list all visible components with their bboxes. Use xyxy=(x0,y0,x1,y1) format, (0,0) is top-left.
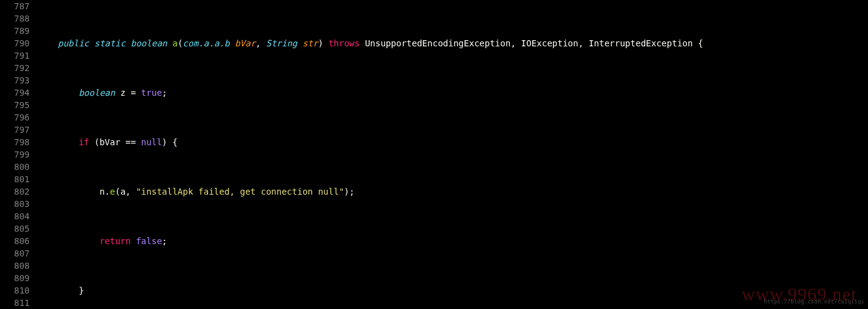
line-number: 796 xyxy=(0,111,30,124)
line-number: 805 xyxy=(0,222,30,235)
line-number: 807 xyxy=(0,247,30,260)
line-number-gutter: 787 788 789 790 791 792 793 794 795 796 … xyxy=(0,0,37,309)
line-number: 787 xyxy=(0,0,30,12)
code-line: return false; xyxy=(37,235,868,247)
code-line: public static boolean a(com.a.a.b bVar, … xyxy=(37,37,868,49)
line-number: 802 xyxy=(0,185,30,198)
line-number: 788 xyxy=(0,12,30,25)
code-line: n.e(a, "installApk failed, get connectio… xyxy=(37,185,868,198)
line-number: 790 xyxy=(0,37,30,49)
line-number: 792 xyxy=(0,62,30,74)
code-line: if (bVar == null) { xyxy=(37,136,868,148)
line-number: 797 xyxy=(0,124,30,136)
line-number: 798 xyxy=(0,136,30,148)
line-number: 806 xyxy=(0,235,30,247)
line-number: 810 xyxy=(0,284,30,297)
line-number: 800 xyxy=(0,161,30,173)
line-number: 808 xyxy=(0,260,30,272)
code-editor: 787 788 789 790 791 792 793 794 795 796 … xyxy=(0,0,868,309)
code-body[interactable]: public static boolean a(com.a.a.b bVar, … xyxy=(37,0,868,309)
code-line: } xyxy=(37,284,868,297)
code-line: boolean z = true; xyxy=(37,87,868,99)
line-number: 803 xyxy=(0,198,30,210)
line-number: 804 xyxy=(0,210,30,222)
line-number: 799 xyxy=(0,148,30,161)
line-number: 809 xyxy=(0,272,30,284)
line-number: 794 xyxy=(0,87,30,99)
line-number: 795 xyxy=(0,99,30,111)
line-number: 791 xyxy=(0,49,30,62)
line-number: 811 xyxy=(0,297,30,309)
line-number: 801 xyxy=(0,173,30,185)
line-number: 789 xyxy=(0,25,30,37)
line-number: 793 xyxy=(0,74,30,87)
